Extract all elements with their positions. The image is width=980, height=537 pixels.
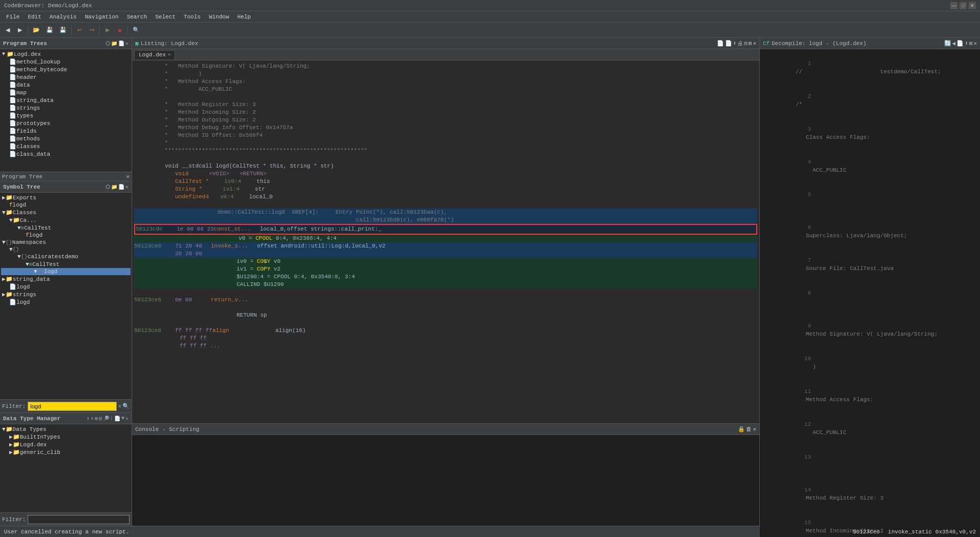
dtm-icon-7[interactable]: 📄 bbox=[114, 416, 120, 422]
toolbar-search[interactable]: 🔍 bbox=[130, 25, 142, 36]
st-icon-3[interactable]: 📄 bbox=[118, 184, 124, 190]
dtm-icon-2[interactable]: ⬇ bbox=[91, 416, 94, 422]
lst-close[interactable]: ✕ bbox=[753, 40, 756, 47]
sym-string-data2[interactable]: ▶ 📁 string_data bbox=[1, 275, 131, 283]
menu-select[interactable]: Select bbox=[151, 13, 180, 21]
sym-classes[interactable]: ▼ 📁 Classes bbox=[1, 209, 131, 216]
tree-strings[interactable]: 📄 strings bbox=[1, 104, 131, 112]
dtm-close[interactable]: ✕ bbox=[125, 416, 129, 422]
menu-help[interactable]: Help bbox=[233, 13, 254, 21]
tree-logd-dex[interactable]: ▼ 📁 Logd.dex bbox=[1, 50, 131, 58]
menu-window[interactable]: Window bbox=[205, 13, 233, 21]
console-content[interactable] bbox=[132, 435, 759, 526]
toolbar-open[interactable]: 📂 bbox=[30, 25, 42, 36]
window-controls[interactable]: — □ ✕ bbox=[950, 2, 976, 9]
sym-sd2-logd[interactable]: 📄 logd bbox=[1, 283, 131, 291]
lst-icon-2[interactable]: 📄 bbox=[725, 40, 732, 47]
toolbar-run[interactable]: ▶ bbox=[102, 25, 113, 36]
sym-str2-logd[interactable]: 📄 logd bbox=[1, 298, 131, 306]
tree-fields[interactable]: 📄 fields bbox=[1, 127, 131, 135]
dtm-generic-clib[interactable]: ▶ 📁 generic_clib bbox=[1, 448, 131, 456]
sym-ca[interactable]: ▼ 📁 Ca... bbox=[1, 216, 131, 224]
tree-classes[interactable]: 📄 classes bbox=[1, 142, 131, 150]
lst-icon-4[interactable]: 🖨 bbox=[737, 40, 743, 47]
dc-icon-1[interactable]: 🔄 bbox=[944, 40, 951, 47]
dc-close[interactable]: ✕ bbox=[973, 40, 977, 47]
pt-icon-1[interactable]: ⬡ bbox=[105, 40, 110, 47]
sym-namespaces[interactable]: ▼ {} Namespaces bbox=[1, 239, 131, 246]
toolbar-save[interactable]: 💾 bbox=[44, 25, 56, 36]
tree-method-bytecode[interactable]: 📄 method_bytecode bbox=[1, 66, 131, 73]
filter-input[interactable] bbox=[28, 402, 117, 411]
sym-calisratestdemo[interactable]: ▼ {} calisratestdemo bbox=[1, 253, 131, 260]
menu-file[interactable]: File bbox=[2, 13, 24, 21]
maximize-button[interactable]: □ bbox=[960, 2, 967, 9]
dc-icon-2[interactable]: ◀ bbox=[952, 40, 956, 47]
dtm-data-types[interactable]: ▼ 📁 Data Types bbox=[1, 425, 131, 433]
listing-align-instr[interactable]: 50123ce8 ff ff ff ff align align(16) bbox=[134, 327, 757, 335]
toolbar-undo[interactable]: ↩ bbox=[74, 25, 85, 36]
lst-icon-3[interactable]: ⬇ bbox=[733, 40, 737, 47]
filter-search[interactable]: 🔍 bbox=[122, 403, 130, 409]
sym-calltest-logd[interactable]: f logd bbox=[1, 232, 131, 239]
menu-edit[interactable]: Edit bbox=[24, 13, 45, 21]
menu-analysis[interactable]: Analysis bbox=[46, 13, 81, 21]
tree-types[interactable]: 📄 types bbox=[1, 112, 131, 119]
tree-string-data[interactable]: 📄 string_data bbox=[1, 96, 131, 104]
console-close[interactable]: ✕ bbox=[753, 426, 756, 432]
dtm-icon-4[interactable]: ⊡ bbox=[99, 416, 102, 422]
dc-icon-5[interactable]: ⊞ bbox=[969, 40, 973, 47]
close-button[interactable]: ✕ bbox=[969, 2, 976, 9]
tree-method-lookup[interactable]: 📄 method_lookup bbox=[1, 58, 131, 66]
sym-calltest[interactable]: ▼ ⊙ CallTest bbox=[1, 224, 131, 232]
dtm-icon-1[interactable]: ⬆ bbox=[87, 416, 90, 422]
dtm-icon-5[interactable]: 🔎 bbox=[103, 416, 109, 422]
pt-close[interactable]: ✕ bbox=[125, 40, 129, 47]
sym-exports[interactable]: ▶ 📁 Exports bbox=[1, 194, 131, 201]
tree-class-data[interactable]: 📄 class_data bbox=[1, 150, 131, 158]
st-icon-1[interactable]: ⬡ bbox=[105, 184, 110, 190]
pt-icon-2[interactable]: 📁 bbox=[111, 40, 117, 47]
dtm-builtintypes[interactable]: ▶ 📁 BuiltInTypes bbox=[1, 433, 131, 441]
listing-selected-instr[interactable]: 50123cdc 1e 00 86 23 const_st... local_0… bbox=[134, 224, 757, 235]
menu-navigation[interactable]: Navigation bbox=[81, 13, 123, 21]
lst-icon-1[interactable]: 📄 bbox=[717, 40, 724, 47]
toolbar-redo[interactable]: ↪ bbox=[86, 25, 97, 36]
tree-data[interactable]: 📄 data bbox=[1, 81, 131, 89]
lst-icon-6[interactable]: ⊞ bbox=[749, 40, 752, 47]
tree-methods[interactable]: 📄 methods bbox=[1, 135, 131, 142]
toolbar-forward[interactable]: ▶ bbox=[14, 25, 26, 36]
console-icon-clear[interactable]: 🗑 bbox=[746, 426, 752, 432]
toolbar-back[interactable]: ◀ bbox=[2, 25, 13, 36]
listing-invoke-instr[interactable]: 50123ce0 71 20 40 invoke_s... offset and… bbox=[134, 242, 757, 250]
dtm-logd-dex[interactable]: ▶ 📁 Logd.dex bbox=[1, 441, 131, 448]
filter-clear[interactable]: ✕ bbox=[118, 403, 121, 409]
menu-tools[interactable]: Tools bbox=[180, 13, 205, 21]
toolbar-stop[interactable]: ■ bbox=[114, 25, 125, 36]
program-tree-close[interactable]: ✕ bbox=[126, 173, 130, 180]
sym-strings2[interactable]: ▶ 📁 strings bbox=[1, 291, 131, 298]
dc-icon-3[interactable]: 📄 bbox=[956, 40, 964, 47]
listing-tab-logd[interactable]: Logd.dex ✕ bbox=[134, 50, 175, 59]
sym-f-logd[interactable]: f logd bbox=[1, 201, 131, 209]
listing-return-instr[interactable]: 50123ce6 0e 00 return_v... bbox=[134, 296, 757, 304]
tree-map[interactable]: 📄 map bbox=[1, 89, 131, 96]
st-close[interactable]: ✕ bbox=[125, 184, 129, 190]
sym-ns-empty[interactable]: ▼ {} bbox=[1, 246, 131, 253]
minimize-button[interactable]: — bbox=[950, 2, 957, 9]
pt-icon-3[interactable]: 📄 bbox=[118, 40, 124, 47]
dtm-icon-6[interactable]: ↕ bbox=[110, 416, 113, 422]
toolbar-save-all[interactable]: 💾 bbox=[57, 25, 69, 36]
menu-search[interactable]: Search bbox=[123, 13, 152, 21]
lst-icon-5[interactable]: ⊟ bbox=[744, 40, 748, 47]
listing-tab-close[interactable]: ✕ bbox=[168, 52, 171, 57]
tree-prototypes[interactable]: 📄 prototypes bbox=[1, 119, 131, 127]
dtm-icon-3[interactable]: ⊕ bbox=[95, 416, 98, 422]
dtm-collapse[interactable]: ▼ bbox=[121, 416, 124, 422]
st-icon-2[interactable]: 📁 bbox=[111, 184, 117, 190]
tree-header[interactable]: 📄 header bbox=[1, 73, 131, 81]
dtm-filter-input[interactable] bbox=[28, 515, 130, 524]
console-icon-lock[interactable]: 🔒 bbox=[738, 426, 745, 432]
dc-icon-4[interactable]: ⬇ bbox=[965, 40, 968, 47]
listing-code-area[interactable]: ➤ * Method Signature: V( Ljava/lang/Stri… bbox=[132, 60, 759, 423]
